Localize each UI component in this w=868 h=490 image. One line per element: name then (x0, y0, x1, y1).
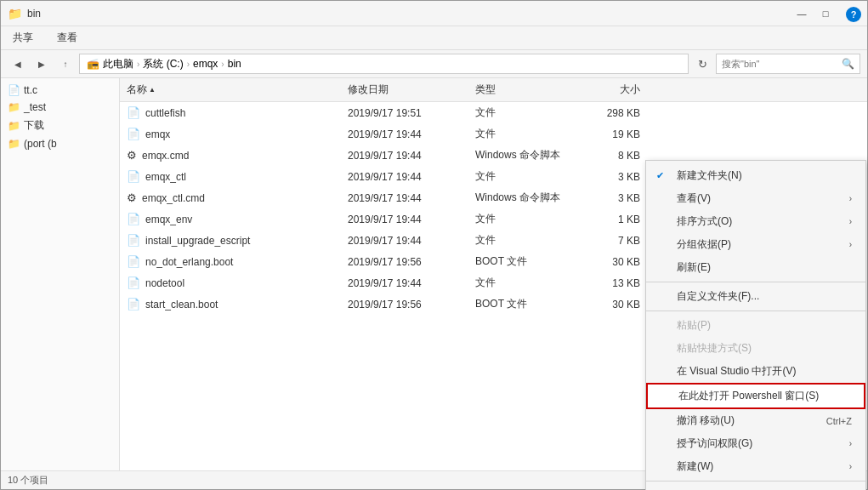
menu-item-label: 授予访问权限(G) (677, 436, 752, 451)
menu-separator (646, 282, 865, 282)
menu-item-0[interactable]: ✔新建文件夹(N) (646, 164, 865, 187)
breadcrumb-c: 系统 (C:) (143, 57, 183, 71)
ribbon-tab-view[interactable]: 查看 (52, 28, 82, 48)
menu-check-icon: ✔ (656, 170, 664, 181)
title-bar: 📁 bin — □ ✕ (1, 1, 867, 26)
table-row[interactable]: 📄 emqx 2019/9/17 19:44 文件 19 KB (120, 123, 867, 145)
menu-item-8[interactable]: 粘贴(P) (646, 314, 865, 337)
search-box[interactable]: 🔍 (716, 54, 860, 74)
file-date: 2019/9/17 19:44 (341, 212, 468, 227)
file-icon: 📄 (127, 106, 140, 119)
col-header-date[interactable]: 修改日期 (341, 81, 468, 99)
breadcrumb-bin: bin (228, 58, 241, 70)
sidebar-icon-ttc: 📄 (8, 84, 20, 96)
menu-item-arrow: › (849, 217, 852, 226)
help-button[interactable]: ? (846, 7, 861, 22)
ribbon-tab-share[interactable]: 共享 (8, 28, 38, 48)
file-date: 2019/9/17 19:51 (341, 105, 468, 121)
table-row[interactable]: 📄 cuttlefish 2019/9/17 19:51 文件 298 KB (120, 102, 867, 123)
file-size: 298 KB (579, 105, 647, 121)
sidebar-label-port: (port (b (24, 138, 57, 150)
menu-item-14[interactable]: 新建(W)› (646, 455, 865, 478)
file-name-label: nodetool (145, 277, 184, 289)
sidebar-item-test[interactable]: 📁 _test (1, 99, 119, 116)
menu-item-arrow: › (849, 439, 852, 448)
file-type: Windows 命令脚本 (468, 189, 579, 207)
status-text: 10 个项目 (8, 474, 48, 487)
file-size: 1 KB (579, 212, 647, 227)
menu-item-10[interactable]: 在 Visual Studio 中打开(V) (646, 360, 865, 383)
ribbon: 共享 查看 (1, 26, 867, 50)
file-icon: ⚙ (127, 149, 137, 162)
breadcrumb-emqx: emqx (193, 58, 218, 70)
file-type: 文件 (468, 231, 579, 249)
menu-item-11[interactable]: 在此处打开 Powershell 窗口(S) (646, 383, 865, 409)
file-name-label: emqx_ctl.cmd (142, 192, 205, 204)
menu-item-label: 在此处打开 Powershell 窗口(S) (678, 389, 819, 403)
breadcrumb-sep-2: › (187, 60, 190, 69)
file-icon: 📄 (127, 255, 140, 268)
refresh-button[interactable]: ↻ (692, 54, 712, 73)
file-icon: 📄 (127, 298, 140, 311)
menu-item-16[interactable]: 属性(R) (646, 484, 865, 490)
breadcrumb-thispc-label: 此电脑 (103, 57, 133, 71)
col-header-size[interactable]: 大小 (579, 81, 647, 99)
file-size: 30 KB (579, 297, 647, 312)
file-date: 2019/9/17 19:44 (341, 127, 468, 142)
menu-item-arrow: › (849, 194, 852, 203)
sidebar-label-download: 下载 (24, 118, 44, 133)
file-name-label: emqx_ctl (145, 171, 186, 183)
file-name-label: no_dot_erlang.boot (145, 256, 233, 268)
col-header-name[interactable]: 名称 ▲ (120, 81, 341, 99)
menu-item-9[interactable]: 粘贴快捷方式(S) (646, 337, 865, 360)
up-button[interactable]: ↑ (55, 54, 76, 73)
sidebar-icon-download: 📁 (8, 120, 20, 132)
menu-item-label: 排序方式(O) (677, 214, 732, 229)
menu-item-label: 自定义文件夹(F)... (677, 289, 759, 304)
sort-arrow-name: ▲ (149, 86, 156, 94)
file-list-header: 名称 ▲ 修改日期 类型 大小 (120, 78, 867, 102)
breadcrumb-sep-1: › (137, 60, 139, 69)
menu-item-3[interactable]: 分组依据(P)› (646, 233, 865, 256)
maximize-button[interactable]: □ (814, 5, 837, 22)
menu-item-label: 分组依据(P) (677, 237, 731, 252)
file-date: 2019/9/17 19:44 (341, 233, 468, 248)
file-date: 2019/9/17 19:44 (341, 169, 468, 185)
title-bar-left: 📁 bin (8, 7, 41, 20)
menu-item-label: 撤消 移动(U) (677, 413, 735, 428)
file-size: 19 KB (579, 127, 647, 142)
file-date: 2019/9/17 19:44 (341, 276, 468, 291)
file-type: 文件 (468, 125, 579, 143)
file-size: 30 KB (579, 254, 647, 270)
file-icon: 📄 (127, 213, 140, 225)
file-date: 2019/9/17 19:56 (341, 297, 468, 312)
menu-item-arrow: › (849, 240, 852, 249)
breadcrumb-sep-3: › (221, 60, 224, 69)
search-input[interactable] (722, 59, 838, 69)
file-icon: 📄 (127, 234, 140, 247)
file-icon: 📄 (127, 170, 140, 183)
sidebar-item-ttc[interactable]: 📄 tt.c (1, 82, 119, 99)
menu-item-2[interactable]: 排序方式(O)› (646, 210, 865, 233)
sidebar-item-download[interactable]: 📁 下载 (1, 116, 119, 135)
sidebar-icon-test: 📁 (8, 101, 20, 113)
sidebar-item-port[interactable]: 📁 (port (b (1, 135, 119, 152)
menu-item-6[interactable]: 自定义文件夹(F)... (646, 285, 865, 308)
forward-button[interactable]: ▶ (31, 54, 52, 73)
back-button[interactable]: ◀ (8, 54, 28, 73)
minimize-button[interactable]: — (791, 5, 813, 22)
menu-separator (646, 311, 865, 311)
window-title: bin (27, 8, 41, 20)
col-header-type[interactable]: 类型 (468, 81, 579, 99)
menu-item-1[interactable]: 查看(V)› (646, 187, 865, 210)
file-type: 文件 (468, 168, 579, 185)
menu-item-13[interactable]: 授予访问权限(G)› (646, 432, 865, 455)
menu-item-label: 新建(W) (677, 459, 713, 474)
menu-item-4[interactable]: 刷新(E) (646, 256, 865, 279)
breadcrumb[interactable]: 📻 此电脑 › 系统 (C:) › emqx › bin (79, 54, 689, 74)
file-size: 8 KB (579, 148, 647, 163)
menu-item-12[interactable]: 撤消 移动(U)Ctrl+Z (646, 409, 865, 432)
menu-item-arrow: › (849, 462, 852, 471)
file-size: 13 KB (579, 276, 647, 291)
menu-item-label: 刷新(E) (677, 260, 711, 275)
